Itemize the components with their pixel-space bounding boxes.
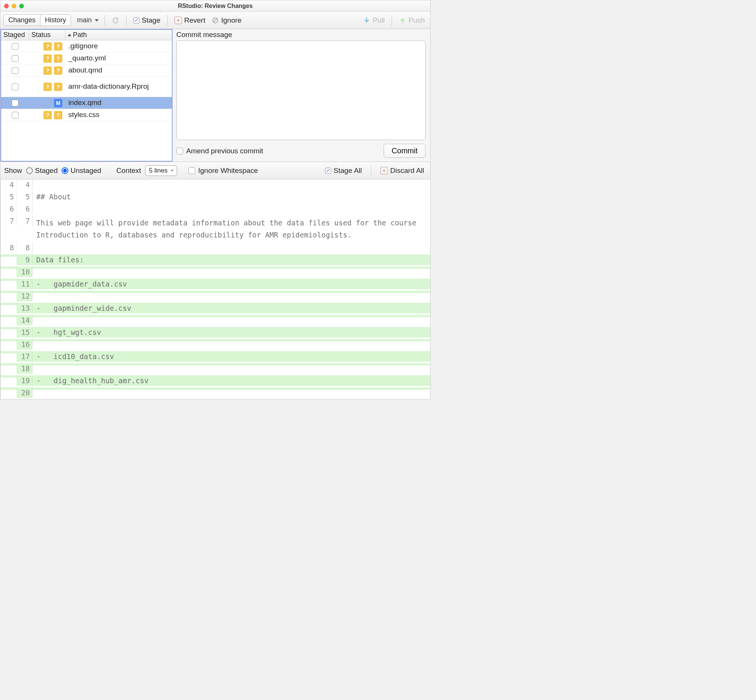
unknown-icon: ? xyxy=(44,66,52,75)
chevron-down-icon xyxy=(95,19,98,22)
ignore-whitespace-checkbox[interactable]: Ignore Whitespace xyxy=(189,167,258,175)
diff-toolbar: Show Staged Unstaged Context 5 lines Ign… xyxy=(0,162,430,179)
stage-checkbox[interactable] xyxy=(12,43,19,50)
path-cell: about.qmd xyxy=(65,66,172,75)
status-cell: ?? xyxy=(29,111,65,119)
checkbox-icon xyxy=(177,148,183,155)
new-line-number: 5 xyxy=(17,191,33,202)
old-line-number xyxy=(1,363,17,366)
diff-line[interactable]: 77This web page will provide metadata in… xyxy=(1,216,430,242)
old-line-number: 8 xyxy=(1,242,17,253)
diff-line[interactable]: 15- hgt_wgt.csv xyxy=(1,327,430,339)
stage-checkbox[interactable] xyxy=(12,55,19,62)
diff-line[interactable]: 55## About xyxy=(1,191,430,203)
view-segment: Changes History xyxy=(3,14,71,26)
refresh-icon xyxy=(112,17,119,24)
stage-checkbox[interactable] xyxy=(12,67,19,74)
diff-line[interactable]: 17- icd10_data.csv xyxy=(1,351,430,363)
new-line-number: 15 xyxy=(17,327,33,338)
diff-view[interactable]: 4455## About6677This web page will provi… xyxy=(0,179,430,399)
new-line-number: 19 xyxy=(17,375,33,386)
stage-all-button[interactable]: ✓ Stage All xyxy=(323,166,364,176)
new-line-number: 13 xyxy=(17,303,33,313)
diff-line[interactable]: 19- dig_health_hub_amr.csv xyxy=(1,375,430,388)
stage-checkbox[interactable] xyxy=(12,112,19,119)
path-cell: .gitignore xyxy=(65,42,172,51)
ignore-button[interactable]: Ignore xyxy=(209,15,244,26)
diff-code xyxy=(33,388,430,390)
staged-cell xyxy=(1,100,29,106)
diff-line[interactable]: 12 xyxy=(1,291,430,303)
show-unstaged-label: Unstaged xyxy=(70,167,101,175)
file-row[interactable]: ??about.qmd xyxy=(1,64,172,77)
file-list[interactable]: ??.gitignore??_quarto.yml??about.qmd??am… xyxy=(1,41,172,121)
tab-history[interactable]: History xyxy=(41,15,70,26)
diff-line[interactable]: 88 xyxy=(1,242,430,255)
revert-button[interactable]: Revert xyxy=(172,15,208,26)
unknown-icon: ? xyxy=(54,55,62,62)
push-button[interactable]: Push xyxy=(397,15,427,26)
commit-msg-input[interactable] xyxy=(177,41,426,140)
diff-code: Data files: xyxy=(33,255,430,265)
new-line-number: 14 xyxy=(17,315,33,325)
old-line-number: 6 xyxy=(1,203,17,214)
branch-label: main xyxy=(77,16,92,24)
file-row[interactable]: ??_quarto.yml xyxy=(1,53,172,64)
col-staged[interactable]: Staged xyxy=(1,30,29,40)
file-row[interactable]: ??.gitignore xyxy=(1,41,172,53)
diff-line[interactable]: 16 xyxy=(1,339,430,351)
diff-line[interactable]: 9Data files: xyxy=(1,255,430,267)
discard-all-button[interactable]: Discard All xyxy=(378,166,426,176)
revert-icon xyxy=(380,167,388,175)
diff-line[interactable]: 18 xyxy=(1,363,430,375)
amend-checkbox[interactable]: Amend previous commit xyxy=(177,147,263,155)
pull-button[interactable]: Pull xyxy=(361,15,387,26)
staged-cell xyxy=(1,112,29,119)
unknown-icon: ? xyxy=(44,42,52,51)
diff-code xyxy=(33,363,430,366)
ignore-label: Ignore xyxy=(221,16,242,25)
svg-line-1 xyxy=(213,19,217,22)
diff-line[interactable]: 11- gapmider_data.csv xyxy=(1,279,430,291)
show-unstaged-radio[interactable]: Unstaged xyxy=(62,167,101,175)
context-label: Context xyxy=(116,167,141,175)
check-icon: ✓ xyxy=(133,17,139,23)
branch-picker[interactable]: main xyxy=(75,16,100,24)
revert-icon xyxy=(175,17,182,24)
diff-code xyxy=(33,291,430,293)
unknown-icon: ? xyxy=(54,83,62,91)
old-line-number: 5 xyxy=(1,191,17,202)
show-staged-radio[interactable]: Staged xyxy=(26,167,58,175)
new-line-number: 16 xyxy=(17,339,33,350)
tab-changes[interactable]: Changes xyxy=(4,15,41,26)
modified-icon: M xyxy=(54,99,62,107)
diff-code: - icd10_data.csv xyxy=(33,351,430,362)
col-status[interactable]: Status xyxy=(29,30,65,40)
diff-code xyxy=(33,242,430,245)
diff-line[interactable]: 20 xyxy=(1,388,430,399)
separator xyxy=(392,15,392,26)
old-line-number xyxy=(1,327,17,329)
revert-label: Revert xyxy=(184,16,205,25)
stage-all-label: Stage All xyxy=(333,167,362,175)
file-row[interactable]: ??amr-data-dictionary.Rproj xyxy=(1,77,172,97)
diff-line[interactable]: 44 xyxy=(1,179,430,191)
diff-line[interactable]: 13- gapminder_wide.csv xyxy=(1,303,430,315)
unknown-icon: ? xyxy=(44,55,52,62)
diff-code xyxy=(33,203,430,206)
file-row[interactable]: ??styles.css xyxy=(1,109,172,121)
path-cell: index.qmd xyxy=(65,98,172,107)
col-path[interactable]: Path xyxy=(65,30,172,40)
diff-line[interactable]: 66 xyxy=(1,203,430,216)
old-line-number xyxy=(1,375,17,378)
stage-checkbox[interactable] xyxy=(12,83,19,90)
refresh-button[interactable] xyxy=(109,16,122,25)
context-select[interactable]: 5 lines xyxy=(145,166,177,176)
commit-button[interactable]: Commit xyxy=(384,144,426,158)
file-row[interactable]: Mindex.qmd xyxy=(1,97,172,109)
diff-line[interactable]: 14 xyxy=(1,315,430,327)
stage-checkbox[interactable] xyxy=(12,100,19,106)
old-line-number: 4 xyxy=(1,179,17,190)
diff-line[interactable]: 10 xyxy=(1,267,430,279)
stage-button[interactable]: ✓ Stage xyxy=(131,15,163,26)
